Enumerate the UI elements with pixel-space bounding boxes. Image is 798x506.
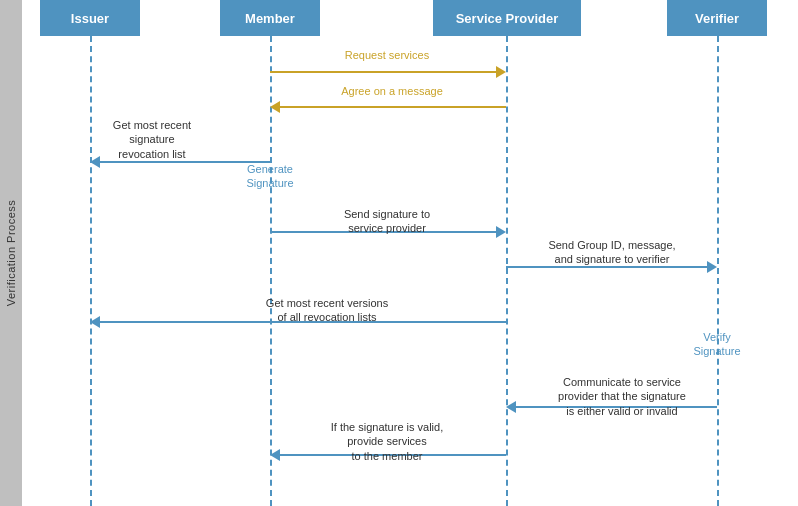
actor-issuer: Issuer bbox=[40, 0, 140, 36]
actor-service-provider: Service Provider bbox=[433, 0, 581, 36]
actor-member: Member bbox=[220, 0, 320, 36]
label-get-revocation: Get most recentsignaturerevocation list bbox=[87, 118, 217, 161]
arrow-request-services bbox=[270, 65, 506, 79]
arrow-agree-message bbox=[270, 100, 506, 114]
diagram-area: Issuer Member Service Provider Verifier … bbox=[22, 0, 798, 506]
sidebar: Verification Process bbox=[0, 0, 22, 506]
lifeline-issuer bbox=[90, 36, 92, 506]
actors-row: Issuer Member Service Provider Verifier bbox=[22, 0, 798, 36]
label-send-signature: Send signature toservice provider bbox=[312, 207, 462, 236]
label-get-revocation-versions: Get most recent versionsof all revocatio… bbox=[222, 296, 432, 325]
self-note-verify-signature: VerifySignature bbox=[667, 330, 767, 359]
actor-verifier: Verifier bbox=[667, 0, 767, 36]
label-communicate: Communicate to serviceprovider that the … bbox=[522, 375, 722, 418]
self-note-generate-signature: GenerateSignature bbox=[220, 162, 320, 191]
label-provide-services: If the signature is valid,provide servic… bbox=[287, 420, 487, 463]
sidebar-text: Verification Process bbox=[5, 200, 17, 307]
label-send-group-id: Send Group ID, message,and signature to … bbox=[522, 238, 702, 267]
label-request-services: Request services bbox=[312, 48, 462, 62]
lifeline-verifier bbox=[717, 36, 719, 506]
label-agree-message: Agree on a message bbox=[317, 84, 467, 98]
